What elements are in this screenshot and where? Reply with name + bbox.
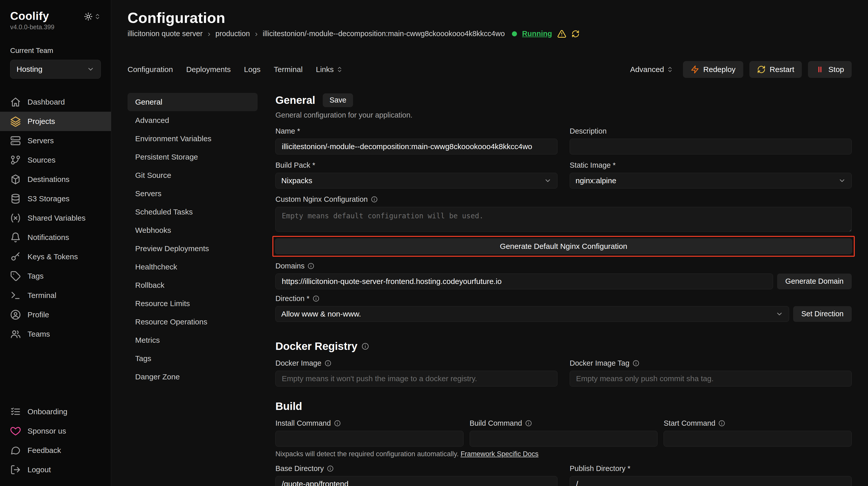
team-select[interactable]: Hosting <box>10 60 101 78</box>
sidebar-item-projects[interactable]: Projects <box>0 112 111 131</box>
framework-docs-link[interactable]: Framework Specific Docs <box>461 450 538 458</box>
set-direction-button[interactable]: Set Direction <box>793 306 852 322</box>
publish-directory-input[interactable] <box>570 476 852 486</box>
sidebar-item-label: Keys & Tokens <box>28 252 78 261</box>
subnav-item-general[interactable]: General <box>127 93 257 111</box>
sidebar-item-feedback[interactable]: Feedback <box>0 441 111 460</box>
annotation-highlight-box: Generate Default Nginx Configuration <box>272 236 855 257</box>
theme-switcher[interactable] <box>84 12 101 21</box>
tab-logs[interactable]: Logs <box>244 65 261 74</box>
config-subnav: GeneralAdvancedEnvironment VariablesPers… <box>127 93 257 386</box>
refresh-status-icon[interactable] <box>571 30 580 38</box>
sidebar-item-s3-storages[interactable]: S3 Storages <box>0 189 111 208</box>
stop-button[interactable]: Stop <box>808 61 852 78</box>
nginx-config-textarea[interactable] <box>275 207 852 232</box>
subnav-item-advanced[interactable]: Advanced <box>127 111 257 130</box>
sidebar-item-tags[interactable]: Tags <box>0 266 111 286</box>
page-title: Configuration <box>127 10 852 26</box>
app-version: v4.0.0-beta.399 <box>0 24 111 31</box>
generate-domain-button[interactable]: Generate Domain <box>777 273 852 289</box>
button-label: Stop <box>828 65 844 74</box>
tab-terminal[interactable]: Terminal <box>274 65 303 74</box>
section-heading-docker-registry: Docker Registry <box>275 340 358 352</box>
subnav-item-rollback[interactable]: Rollback <box>127 276 257 294</box>
subnav-item-danger-zone[interactable]: Danger Zone <box>127 368 257 386</box>
tab-label: Logs <box>244 65 261 74</box>
sidebar-item-label: Logout <box>28 465 51 474</box>
sidebar-item-onboarding[interactable]: Onboarding <box>0 402 111 421</box>
refresh-icon <box>757 65 766 74</box>
sidebar-item-label: Terminal <box>28 291 56 300</box>
tab-links[interactable]: Links <box>316 65 343 74</box>
tab-label: Terminal <box>274 65 303 74</box>
status-link[interactable]: Running <box>522 30 552 38</box>
direction-select[interactable]: Allow www & non-www. <box>275 306 789 322</box>
docker-image-tag-input[interactable] <box>570 371 852 387</box>
advanced-label: Advanced <box>630 65 664 74</box>
static-image-select[interactable]: nginx:alpine <box>570 173 852 189</box>
subnav-item-webhooks[interactable]: Webhooks <box>127 221 257 239</box>
sidebar-item-servers[interactable]: Servers <box>0 131 111 150</box>
button-label: Redeploy <box>703 65 736 74</box>
sidebar-item-logout[interactable]: Logout <box>0 460 111 479</box>
sidebar-item-notifications[interactable]: Notifications <box>0 228 111 247</box>
domains-input[interactable] <box>275 273 773 289</box>
sidebar-item-sponsor-us[interactable]: Sponsor us <box>0 421 111 441</box>
name-input[interactable] <box>275 139 557 155</box>
sidebar-item-label: Tags <box>28 272 43 281</box>
breadcrumb-item[interactable]: production <box>215 30 250 38</box>
generate-nginx-config-button[interactable]: Generate Default Nginx Configuration <box>275 238 852 254</box>
sidebar-item-shared-variables[interactable]: Shared Variables <box>0 208 111 228</box>
advanced-dropdown[interactable]: Advanced <box>630 65 673 74</box>
docker-image-tag-label: Docker Image Tag <box>570 359 629 367</box>
info-icon <box>313 295 319 302</box>
sidebar-item-label: Dashboard <box>28 98 65 106</box>
breadcrumb-item[interactable]: illicitonion quote server <box>127 30 203 38</box>
tabbar: ConfigurationDeploymentsLogsTerminalLink… <box>127 61 852 78</box>
sidebar-item-teams[interactable]: Teams <box>0 324 111 344</box>
subnav-item-resource-limits[interactable]: Resource Limits <box>127 294 257 313</box>
subnav-item-persistent-storage[interactable]: Persistent Storage <box>127 148 257 166</box>
sidebar-item-keys-tokens[interactable]: Keys & Tokens <box>0 247 111 266</box>
base-directory-input[interactable] <box>275 476 557 486</box>
sidebar-footer-nav: OnboardingSponsor usFeedbackLogout <box>0 402 111 479</box>
build-command-input[interactable] <box>470 431 658 447</box>
subnav-item-environment-variables[interactable]: Environment Variables <box>127 130 257 148</box>
subnav-item-resource-operations[interactable]: Resource Operations <box>127 313 257 331</box>
description-input[interactable] <box>570 139 852 155</box>
subnav-item-tags[interactable]: Tags <box>127 349 257 368</box>
start-command-input[interactable] <box>663 431 852 447</box>
build-pack-select[interactable]: Nixpacks <box>275 173 557 189</box>
install-command-input[interactable] <box>275 431 464 447</box>
restart-button[interactable]: Restart <box>749 61 802 78</box>
sidebar-item-sources[interactable]: Sources <box>0 150 111 170</box>
status-dot <box>512 31 517 36</box>
info-icon <box>718 420 725 427</box>
subnav-item-metrics[interactable]: Metrics <box>127 331 257 349</box>
home-icon <box>10 97 21 107</box>
sidebar-item-profile[interactable]: Profile <box>0 305 111 324</box>
subnav-item-healthcheck[interactable]: Healthcheck <box>127 258 257 276</box>
users-icon <box>10 329 21 339</box>
breadcrumb-item[interactable]: illicitestonion/-module--decomposition:m… <box>263 30 505 38</box>
sidebar-item-label: Sources <box>28 156 56 164</box>
sidebar-item-dashboard[interactable]: Dashboard <box>0 92 111 112</box>
tab-deployments[interactable]: Deployments <box>186 65 230 74</box>
subnav-item-git-source[interactable]: Git Source <box>127 166 257 185</box>
save-button[interactable]: Save <box>323 93 353 107</box>
direction-label: Direction * <box>275 294 310 303</box>
docker-image-input[interactable] <box>275 371 557 387</box>
sidebar-item-destinations[interactable]: Destinations <box>0 170 111 189</box>
redeploy-button[interactable]: Redeploy <box>683 61 743 78</box>
static-image-value: nginx:alpine <box>576 176 616 185</box>
start-command-label: Start Command <box>663 419 715 427</box>
subnav-item-scheduled-tasks[interactable]: Scheduled Tasks <box>127 203 257 221</box>
subnav-item-servers[interactable]: Servers <box>127 185 257 203</box>
subnav-item-preview-deployments[interactable]: Preview Deployments <box>127 239 257 258</box>
info-icon <box>324 360 332 367</box>
publish-directory-label: Publish Directory * <box>570 464 630 473</box>
sidebar-item-terminal[interactable]: Terminal <box>0 286 111 305</box>
build-pack-label: Build Pack * <box>275 161 315 169</box>
tab-configuration[interactable]: Configuration <box>127 65 173 74</box>
tag-icon <box>10 271 21 282</box>
